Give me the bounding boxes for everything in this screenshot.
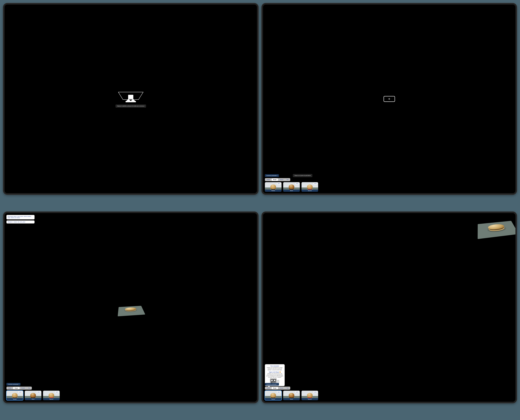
dish-name-label: Saumon: [302, 398, 318, 400]
hands-holding-tablet-over-table-icon: [117, 90, 144, 103]
dish-name-label: Boeuf: [283, 398, 300, 400]
dish-3d-render[interactable]: [118, 306, 145, 316]
tablet-screen-1: Déplacez la tablette au-dessus de la tab…: [3, 3, 259, 195]
burger-icon: [307, 393, 313, 398]
price-badge: 9.50 €: [313, 391, 318, 393]
category-tab-burger[interactable]: Burger: [272, 387, 278, 389]
category-tab-salade[interactable]: Salade: [265, 178, 271, 181]
menu-card-row: 9.50 €Nantais9.50 €Boeuf9.50 €Saumon: [7, 391, 255, 400]
category-tab-salade[interactable]: Salade: [7, 387, 13, 389]
category-tab-burger[interactable]: Burger: [13, 387, 20, 389]
price-badge: 9.50 €: [313, 183, 318, 184]
dish-name-label: Nantais: [7, 398, 23, 400]
category-tab-dessert[interactable]: Dessert: [278, 178, 285, 181]
price-badge: 9.50 €: [277, 183, 281, 184]
price-badge: 9.50 €: [55, 391, 59, 393]
scan-table-illustration: Déplacez la tablette au-dessus de la tab…: [116, 90, 146, 108]
category-tab-dessert[interactable]: Dessert: [278, 387, 285, 389]
how-to-order-button[interactable]: Comment commander ?: [7, 383, 21, 386]
price-badge: 9.50 €: [295, 391, 299, 393]
burger-icon: [30, 393, 36, 398]
category-tab-burger[interactable]: Burger: [272, 178, 278, 181]
category-tab-tout[interactable]: Tout: [285, 387, 290, 389]
add-placement-target-icon[interactable]: +: [384, 96, 395, 102]
how-to-order-button[interactable]: Comment commander ?: [265, 383, 279, 386]
dish-3d-render[interactable]: [478, 221, 517, 239]
tablet-screen-3: Pain burger maison, sauce poivre, mâche …: [3, 212, 259, 403]
burger-icon: [307, 184, 313, 189]
burger-icon: [49, 393, 54, 398]
burger-icon: [270, 393, 276, 398]
burger-icon: [289, 184, 294, 189]
category-segmented-control[interactable]: Salade|Burger|Dessert|Tout: [7, 387, 32, 390]
menu-card-saumon[interactable]: 9.50 €Saumon: [43, 391, 60, 400]
category-tab-dessert[interactable]: Dessert: [20, 387, 26, 389]
instruction-toast: Déplacez la tablette au-dessus de la tab…: [116, 105, 146, 108]
dish-name-label: Boeuf: [283, 190, 300, 192]
category-tab-tout[interactable]: Tout: [27, 387, 31, 389]
menu-card-nantais[interactable]: 9.50 €Nantais: [265, 391, 282, 400]
ar-viewport[interactable]: [5, 213, 257, 402]
how-to-order-button[interactable]: Comment commander ?: [265, 174, 279, 177]
burger-icon: [289, 393, 294, 398]
price-badge: 9.50 €: [295, 183, 299, 184]
svg-rect-0: [128, 95, 133, 99]
menu-card-nantais[interactable]: 9.50 €Nantais: [7, 391, 23, 400]
burger-icon: [270, 184, 276, 189]
tablet-screen-4: Pour commander Installez-vous tranquille…: [261, 212, 517, 403]
ar-viewport: Déplacez la tablette au-dessus de la tab…: [5, 5, 257, 193]
menu-card-saumon[interactable]: 9.50 €Saumon: [302, 391, 318, 400]
dish-name-label: Nantais: [265, 398, 282, 400]
burger-icon: [12, 393, 18, 398]
ar-viewport[interactable]: [263, 213, 515, 402]
click-photo-hint: Cliquez sur la photo du plat désirée: [293, 174, 312, 177]
menu-card-boeuf[interactable]: 9.50 €Boeuf: [283, 182, 300, 192]
dish-name-label: Saumon: [302, 190, 318, 192]
price-badge: 9.50 €: [18, 391, 22, 393]
price-badge: 9.50 €: [277, 391, 281, 393]
dish-name-label: Boeuf: [25, 398, 41, 400]
dish-name-label: Saumon: [43, 398, 60, 400]
category-tab-tout[interactable]: Tout: [285, 178, 290, 181]
dish-name-label: Nantais: [265, 190, 282, 192]
menu-card-nantais[interactable]: 9.50 €Nantais: [265, 182, 282, 192]
price-badge: 9.50 €: [37, 391, 41, 393]
menu-card-boeuf[interactable]: 9.50 €Boeuf: [283, 391, 300, 400]
category-segmented-control[interactable]: Salade|Burger|Dessert|Tout: [265, 387, 290, 390]
ar-viewport: +: [263, 5, 515, 193]
menu-card-row: 9.50 €Nantais9.50 €Boeuf9.50 €Saumon: [265, 182, 513, 192]
menu-card-row: 9.50 €Nantais9.50 €Boeuf9.50 €Saumon: [265, 391, 513, 400]
category-segmented-control[interactable]: Salade|Burger|Dessert|Tout: [265, 178, 290, 181]
tablet-screen-2: + Comment commander ? Cliquez sur la pho…: [261, 3, 517, 195]
menu-card-boeuf[interactable]: 9.50 €Boeuf: [25, 391, 41, 400]
menu-card-saumon[interactable]: 9.50 €Saumon: [302, 182, 318, 192]
category-tab-salade[interactable]: Salade: [265, 387, 271, 389]
